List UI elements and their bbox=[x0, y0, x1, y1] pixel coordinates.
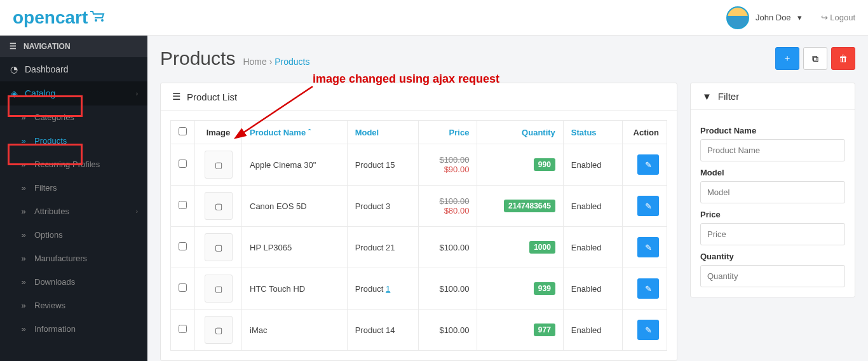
pencil-icon: ✎ bbox=[645, 284, 652, 294]
row-checkbox[interactable] bbox=[179, 283, 187, 292]
logo-text: opencart bbox=[13, 8, 88, 28]
price: $100.00 bbox=[439, 325, 469, 335]
svg-point-0 bbox=[95, 19, 97, 22]
nav-attributes[interactable]: » Attributes › bbox=[0, 200, 147, 223]
nav-information[interactable]: » Information bbox=[0, 317, 147, 341]
logo[interactable]: opencart bbox=[13, 8, 107, 28]
breadcrumb-sep: › bbox=[269, 57, 273, 67]
product-name: Canon EOS 5D bbox=[250, 201, 307, 211]
col-name-sort[interactable]: Product Name ˆ bbox=[250, 128, 311, 137]
edit-button[interactable]: ✎ bbox=[637, 320, 659, 340]
chevron-icon: » bbox=[19, 277, 28, 287]
top-header: opencart John Doe ▾ ↪ Logout bbox=[0, 0, 868, 36]
table-row: ▢iMacProduct 14$100.00977Enabled✎ bbox=[171, 310, 667, 351]
nav-manufacturers[interactable]: » Manufacturers bbox=[0, 247, 147, 270]
status: Enabled bbox=[571, 201, 602, 211]
status: Enabled bbox=[571, 284, 602, 294]
panel-heading: ☰ Product List bbox=[161, 83, 677, 111]
page-title-wrap: Products Home › Products bbox=[160, 48, 309, 69]
nav-categories[interactable]: » Categories bbox=[0, 106, 147, 129]
nav-downloads[interactable]: » Downloads bbox=[0, 270, 147, 294]
filter-model-input[interactable] bbox=[700, 181, 845, 203]
add-button[interactable]: ＋ bbox=[775, 47, 799, 70]
model: Product 21 bbox=[355, 243, 395, 252]
product-name: HP LP3065 bbox=[250, 243, 292, 252]
product-table: Image Product Name ˆ Model Price Quantit… bbox=[170, 120, 667, 351]
product-thumb: ▢ bbox=[205, 275, 233, 303]
col-model-sort[interactable]: Model bbox=[355, 128, 379, 137]
filter-heading: ▼ Filter bbox=[691, 83, 855, 110]
table-row: ▢HP LP3065Product 21$100.001000Enabled✎ bbox=[171, 227, 667, 268]
chevron-icon: » bbox=[19, 183, 28, 193]
qty-badge: 939 bbox=[534, 282, 555, 295]
svg-point-1 bbox=[101, 19, 104, 22]
copy-button[interactable]: ⧉ bbox=[803, 47, 827, 70]
qty-badge: 1000 bbox=[529, 241, 555, 254]
status: Enabled bbox=[571, 243, 602, 252]
user-menu[interactable]: John Doe ▾ bbox=[720, 6, 808, 29]
select-all-checkbox[interactable] bbox=[179, 127, 187, 135]
qty-badge: 977 bbox=[534, 324, 555, 336]
model-link[interactable]: 1 bbox=[386, 284, 390, 294]
breadcrumb: Home › Products bbox=[243, 57, 309, 67]
nav-catalog-label: Catalog bbox=[25, 88, 55, 99]
user-name: John Doe bbox=[756, 13, 791, 22]
product-thumb: ▢ bbox=[205, 192, 233, 220]
filter-name-input[interactable] bbox=[700, 139, 845, 161]
chevron-right-icon: › bbox=[136, 208, 138, 215]
breadcrumb-home[interactable]: Home bbox=[243, 57, 266, 67]
col-status-sort[interactable]: Status bbox=[571, 128, 597, 137]
delete-button[interactable]: 🗑 bbox=[831, 47, 855, 70]
filter-price-input[interactable] bbox=[700, 223, 845, 245]
chevron-icon: » bbox=[19, 207, 28, 216]
cart-icon bbox=[90, 10, 107, 25]
breadcrumb-current[interactable]: Products bbox=[275, 57, 309, 67]
nav-options-label: Options bbox=[34, 230, 63, 240]
nav-filters[interactable]: » Filters bbox=[0, 176, 147, 200]
filter-panel: ▼ Filter Product Name Model Price Quanti… bbox=[690, 83, 855, 297]
filter-model-label: Model bbox=[700, 168, 845, 177]
col-price-sort[interactable]: Price bbox=[449, 128, 470, 137]
logout-icon: ↪ bbox=[821, 13, 828, 22]
filter-qty-input[interactable] bbox=[700, 265, 845, 287]
nav-list: ◔ Dashboard ◈ Catalog › » Categories » P… bbox=[0, 57, 147, 341]
nav-catalog[interactable]: ◈ Catalog › bbox=[0, 81, 147, 106]
table-row: ▢HTC Touch HDProduct 1$100.00939Enabled✎ bbox=[171, 268, 667, 310]
logout-label: Logout bbox=[830, 13, 855, 22]
nav-attributes-label: Attributes bbox=[34, 207, 69, 216]
head-buttons: ＋ ⧉ 🗑 bbox=[775, 47, 855, 70]
col-image: Image bbox=[195, 121, 242, 144]
table-row: ▢Apple Cinema 30"Product 15$100.00$90.00… bbox=[171, 144, 667, 186]
product-thumb: ▢ bbox=[205, 151, 233, 179]
edit-button[interactable]: ✎ bbox=[637, 237, 659, 257]
header-right: John Doe ▾ ↪ Logout bbox=[720, 6, 855, 29]
pencil-icon: ✎ bbox=[645, 160, 652, 170]
row-checkbox[interactable] bbox=[179, 325, 187, 333]
logout-link[interactable]: ↪ Logout bbox=[821, 13, 855, 22]
edit-button[interactable]: ✎ bbox=[637, 154, 659, 175]
nav-products[interactable]: » Products bbox=[0, 129, 147, 153]
row-checkbox[interactable] bbox=[179, 160, 187, 168]
list-icon: ☰ bbox=[172, 91, 180, 102]
col-qty-sort[interactable]: Quantity bbox=[522, 128, 555, 137]
chevron-right-icon: › bbox=[136, 90, 138, 97]
chevron-icon: » bbox=[19, 324, 28, 334]
row-checkbox[interactable] bbox=[179, 242, 187, 250]
col-action: Action bbox=[623, 121, 667, 144]
nav-reviews[interactable]: » Reviews bbox=[0, 294, 147, 317]
price-old: $100.00 bbox=[426, 196, 469, 206]
pencil-icon: ✎ bbox=[645, 325, 652, 335]
nav-recurring-label: Recurring Profiles bbox=[34, 160, 100, 169]
nav-header: NAVIGATION bbox=[0, 36, 147, 57]
trash-icon: 🗑 bbox=[839, 53, 848, 64]
nav-recurring[interactable]: » Recurring Profiles bbox=[0, 153, 147, 176]
edit-button[interactable]: ✎ bbox=[637, 278, 659, 299]
row-checkbox[interactable] bbox=[179, 201, 187, 209]
chevron-icon: » bbox=[19, 254, 28, 263]
nav-options[interactable]: » Options bbox=[0, 223, 147, 247]
price-new: $90.00 bbox=[426, 165, 469, 174]
chevron-icon: » bbox=[19, 136, 28, 146]
edit-button[interactable]: ✎ bbox=[637, 196, 659, 216]
nav-dashboard[interactable]: ◔ Dashboard bbox=[0, 57, 147, 81]
nav-title: NAVIGATION bbox=[24, 42, 71, 51]
